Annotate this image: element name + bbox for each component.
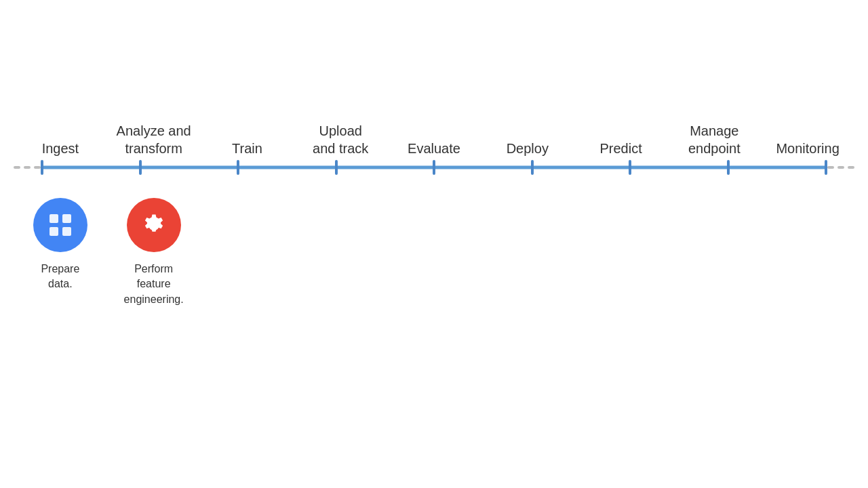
steps-row: Ingest Analyze andtransform Train Upload… (0, 122, 868, 157)
step-analyze-transform: Analyze andtransform (107, 122, 201, 157)
svg-rect-0 (50, 214, 58, 223)
dash-5 (837, 166, 844, 169)
tick-2 (237, 160, 239, 175)
icon-slot-ingest: Preparedata. (14, 198, 107, 292)
tick-8 (825, 160, 827, 175)
step-evaluate: Evaluate (387, 140, 481, 157)
dash-3 (34, 166, 41, 169)
tick-5 (531, 160, 534, 175)
icon-label-ingest: Preparedata. (41, 262, 79, 292)
svg-rect-3 (62, 227, 71, 236)
tick-0 (41, 160, 43, 175)
step-monitoring: Monitoring (761, 140, 854, 157)
tick-7 (727, 160, 730, 175)
tick-1 (139, 160, 142, 175)
dash-6 (848, 166, 854, 169)
icons-row: Preparedata. Performfeatureengineering. (0, 198, 868, 307)
tick-4 (433, 160, 435, 175)
tick-6 (629, 160, 631, 175)
step-predict: Predict (574, 140, 668, 157)
timeline-solid (41, 157, 827, 178)
icon-circle-analyze (127, 198, 181, 252)
svg-rect-2 (50, 227, 58, 236)
step-manage-endpoint: Manageendpoint (667, 122, 761, 157)
dash-1 (14, 166, 20, 169)
timeline-wrapper (0, 157, 868, 178)
step-ingest: Ingest (14, 140, 107, 157)
left-dashes (14, 166, 41, 169)
svg-rect-1 (62, 214, 71, 223)
ticks-container (41, 160, 827, 175)
icon-circle-ingest (33, 198, 87, 252)
pipeline-container: Ingest Analyze andtransform Train Upload… (0, 122, 868, 307)
step-upload-track: Uploadand track (294, 122, 387, 157)
dash-2 (24, 166, 31, 169)
dash-4 (827, 166, 834, 169)
right-dashes (827, 166, 854, 169)
icon-slot-analyze: Performfeatureengineering. (107, 198, 201, 307)
step-deploy: Deploy (481, 140, 574, 157)
gear-icon (139, 210, 169, 240)
tick-3 (335, 160, 338, 175)
step-train: Train (201, 140, 294, 157)
grid-icon (46, 211, 75, 239)
icon-label-analyze: Performfeatureengineering. (124, 262, 184, 307)
